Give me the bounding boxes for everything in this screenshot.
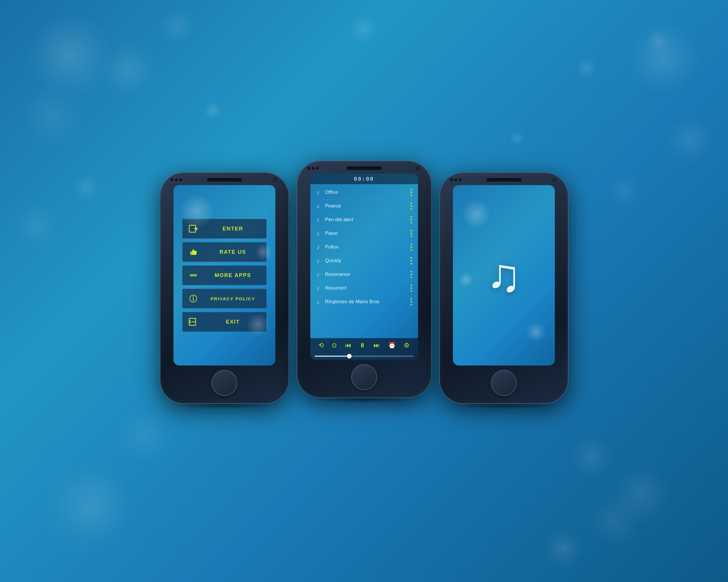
song-name: Peanut — [325, 203, 407, 209]
song-name: Piano — [325, 231, 407, 236]
phone-dots-right — [450, 178, 462, 181]
note-icon: ♪ — [315, 271, 322, 278]
list-item[interactable]: ♪ Quickly — [310, 254, 418, 268]
phone-speaker-right — [486, 178, 521, 182]
scroll-dots — [410, 230, 414, 237]
song-list: ♪ Office ♪ Peanut — [310, 184, 418, 338]
phone-dots-left — [171, 178, 182, 181]
phone-dot — [450, 178, 453, 181]
phone-dot — [454, 178, 457, 181]
phone-right-outer: ♫ — [440, 173, 568, 403]
phone-top-bar-left — [160, 173, 288, 185]
song-name: Quickly — [325, 258, 407, 264]
privacy-policy-label: PRIVACY POLICY — [204, 296, 262, 301]
home-button-right[interactable] — [491, 370, 517, 396]
more-apps-icon — [187, 269, 200, 282]
enter-label: ENTER — [204, 226, 262, 232]
phone-speaker-center — [347, 166, 382, 170]
svg-point-6 — [193, 296, 194, 297]
more-apps-button[interactable]: MORE APPS — [182, 265, 267, 285]
phone-dot — [316, 167, 319, 170]
phone-camera-left — [272, 177, 278, 183]
phone-center-outer: 00:00 ♪ Office ♪ Peanut — [297, 161, 431, 397]
phone-left: ENTER RATE US — [160, 173, 288, 409]
exit-label: EXIT — [204, 319, 262, 325]
list-item[interactable]: ♪ Peanut — [310, 199, 418, 213]
phone-bottom-left — [160, 366, 288, 403]
list-item[interactable]: ♪ Pollux — [310, 240, 418, 254]
list-item[interactable]: ♪ Office — [310, 186, 418, 199]
scroll-dots — [410, 257, 414, 265]
scroll-dots — [410, 298, 414, 306]
timer-display: 00:00 — [310, 174, 418, 184]
controls-bar: ⟲ ⊙ ⏮ ⏸ ⏭ ⏰ ⚙ — [310, 338, 418, 353]
settings-button[interactable]: ⚙ — [404, 342, 410, 349]
alarm-button[interactable]: ⏰ — [388, 342, 396, 349]
song-name: Pollux — [325, 244, 407, 250]
prev-button[interactable]: ⏮ — [345, 342, 352, 349]
note-icon: ♪ — [315, 298, 322, 305]
progress-track[interactable] — [315, 355, 414, 357]
phone-center: 00:00 ♪ Office ♪ Peanut — [297, 161, 431, 403]
scroll-dots — [410, 271, 414, 278]
enter-icon — [187, 222, 200, 235]
phone-camera-right — [551, 177, 558, 183]
phone-top-bar-right — [440, 173, 568, 185]
scroll-dots — [410, 202, 414, 210]
phone-dot — [312, 167, 315, 170]
svg-point-4 — [195, 274, 197, 276]
progress-fill — [315, 355, 349, 357]
list-item[interactable]: ♪ Piano — [310, 227, 418, 240]
song-name: Resonance — [325, 271, 407, 277]
progress-thumb[interactable] — [347, 354, 352, 359]
thumbsup-icon — [187, 246, 200, 258]
phone-speaker-left — [207, 178, 242, 182]
svg-point-3 — [192, 274, 194, 276]
song-name: Ringtones de Mario Bros — [325, 299, 407, 305]
rate-us-button[interactable]: RATE US — [182, 242, 267, 262]
note-icon: ♪ — [315, 189, 322, 196]
phone-screen-left: ENTER RATE US — [174, 185, 276, 366]
pause-button[interactable]: ⏸ — [359, 342, 366, 349]
song-name: Resurrect — [325, 285, 407, 291]
next-button[interactable]: ⏭ — [373, 342, 380, 349]
exit-icon — [187, 315, 200, 328]
privacy-policy-button[interactable]: PRIVACY POLICY — [182, 289, 267, 309]
scroll-dots — [410, 189, 414, 196]
song-name: Office — [325, 189, 407, 195]
stop-button[interactable]: ⊙ — [332, 342, 337, 349]
left-screen-content: ENTER RATE US — [174, 185, 276, 366]
note-icon: ♪ — [315, 216, 322, 223]
phones-container: ENTER RATE US — [160, 173, 568, 409]
phone-dot — [307, 167, 310, 170]
scroll-dots — [410, 284, 414, 292]
note-icon: ♪ — [315, 258, 322, 264]
note-icon: ♪ — [315, 230, 322, 237]
phone-dot — [171, 178, 174, 181]
center-screen-content: 00:00 ♪ Office ♪ Peanut — [310, 174, 418, 360]
svg-point-2 — [190, 274, 192, 276]
home-button-left[interactable] — [211, 370, 237, 396]
exit-button[interactable]: EXIT — [182, 312, 267, 332]
note-icon: ♪ — [315, 244, 322, 250]
phone-left-outer: ENTER RATE US — [160, 173, 288, 403]
list-item[interactable]: ♪ Resurrect — [310, 282, 418, 295]
phone-bottom-right — [440, 366, 568, 403]
music-note-icon: ♫ — [486, 248, 521, 302]
note-icon: ♪ — [315, 285, 322, 292]
enter-button[interactable]: ENTER — [182, 219, 267, 239]
list-item[interactable]: ♪ Resonance — [310, 268, 418, 282]
scroll-dots — [410, 243, 414, 251]
phone-dot — [179, 178, 182, 181]
progress-bar-container[interactable] — [310, 353, 418, 360]
note-icon: ♪ — [315, 203, 322, 210]
rate-us-label: RATE US — [204, 249, 262, 255]
info-icon — [187, 292, 200, 305]
phone-camera-center — [415, 165, 421, 171]
repeat-button[interactable]: ⟲ — [318, 342, 324, 349]
list-item[interactable]: ♪ Ringtones de Mario Bros — [310, 295, 418, 309]
scroll-dots — [410, 216, 414, 223]
home-button-center[interactable] — [351, 364, 377, 390]
phone-dots-center — [307, 167, 319, 170]
list-item[interactable]: ♪ Pen det alert — [310, 213, 418, 227]
